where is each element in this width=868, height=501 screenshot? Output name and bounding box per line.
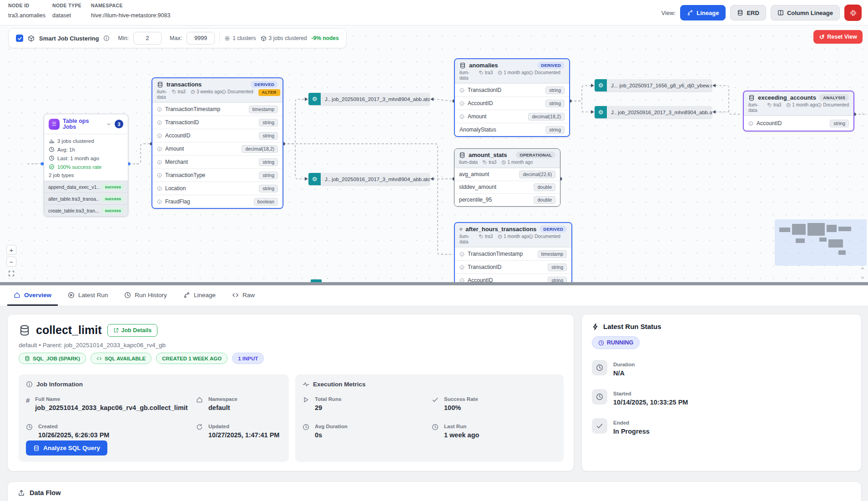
job-node[interactable]: ⚙ J... job_20250917_1656_g8_y6_dj0_ybew.… xyxy=(595,79,712,91)
avg-duration-value: 0s xyxy=(315,431,348,439)
fit-view-button[interactable] xyxy=(6,268,16,278)
collapse-panel-button[interactable] xyxy=(844,5,862,21)
column-row[interactable]: TransactionTypestring xyxy=(152,168,283,182)
external-link-icon xyxy=(113,328,119,333)
cluster-stat-jobs: 3 jobs clustered xyxy=(49,138,123,144)
sql-job-badge: SQL_JOB (SPARK) xyxy=(19,353,86,364)
tab-lineage[interactable]: Lineage xyxy=(177,285,222,306)
database-icon xyxy=(157,81,163,88)
tab-run-history[interactable]: Run History xyxy=(118,285,173,306)
dataset-tag: tra3 xyxy=(479,70,493,76)
cluster-stat-last: Last: 1 month ago xyxy=(49,155,123,161)
analyze-sql-query-button[interactable]: Analyze SQL Query xyxy=(26,440,107,455)
info-icon xyxy=(157,173,162,178)
column-row[interactable]: Amountdecimal(18,2) xyxy=(152,142,283,155)
dataset-node-transactions[interactable]: transactions DERIVED ilum-data tra3 3 we… xyxy=(151,77,283,209)
column-row[interactable]: AccountIDstring xyxy=(152,129,283,142)
info-icon[interactable] xyxy=(103,35,110,41)
tab-raw[interactable]: Raw xyxy=(226,285,261,306)
column-row[interactable]: TransactionTimestamptimestamp xyxy=(152,102,283,116)
max-input[interactable] xyxy=(187,32,215,45)
column-row[interactable]: Locationstring xyxy=(152,182,283,195)
tab-latest-run[interactable]: Latest Run xyxy=(61,285,114,306)
data-flow-card: Data Flow xyxy=(7,481,862,501)
home-icon xyxy=(196,396,203,403)
reset-view-button[interactable]: ↺ Reset View xyxy=(813,30,863,44)
clock-icon xyxy=(26,424,33,430)
smart-clustering-toolbar: Smart Job Clustering Min: Max: 1 cluster… xyxy=(8,28,347,48)
panel-resize-handle[interactable] xyxy=(0,282,868,285)
job-overview-card: collect_limit Job Details default • Pare… xyxy=(7,314,574,471)
cluster-job-row[interactable]: append_data_exec_v1.... success xyxy=(44,181,128,192)
namespace-value: default xyxy=(208,404,237,411)
smart-clustering-label: Smart Job Clustering xyxy=(39,35,99,42)
scroll-down-button[interactable] xyxy=(859,274,866,281)
dataset-node-after-hours-transactions[interactable]: after_hours_transactions DERIVED ilum-da… xyxy=(454,222,572,282)
cube-icon xyxy=(261,35,267,41)
scroll-up-button[interactable] xyxy=(859,265,866,272)
column-row[interactable]: FraudFlagboolean xyxy=(152,195,283,208)
dataset-node-anomalies[interactable]: anomalies DERIVED ilum-data tra3 1 month… xyxy=(454,58,570,137)
column-lineage-view-button[interactable]: Column Lineage xyxy=(771,5,840,20)
cluster-job-row[interactable]: alter_table.tra3_transa... success xyxy=(44,192,128,204)
erd-view-button[interactable]: ERD xyxy=(730,5,766,20)
zoom-in-button[interactable]: + xyxy=(6,245,16,255)
top-header: NODE ID tra3.anomalies NODE TYPE dataset… xyxy=(0,0,868,25)
clusters-stat: 1 clusters xyxy=(224,35,256,41)
toolbar-divider xyxy=(219,33,220,43)
min-input[interactable] xyxy=(133,32,161,45)
column-row[interactable]: Merchantstring xyxy=(152,155,283,168)
duration-value: N/A xyxy=(613,369,635,377)
chevron-down-icon[interactable] xyxy=(106,121,111,127)
column-row[interactable]: Amountdecimal(18,2) xyxy=(455,110,569,123)
column-row[interactable]: AnomalyStatusstring xyxy=(455,123,569,136)
running-status-badge: RUNNING xyxy=(592,336,640,349)
column-row[interactable]: AccountIDstring xyxy=(744,116,853,131)
dataset-node-exceeding-accounts[interactable]: exceeding_accounts ANALYSIS ilum-data tr… xyxy=(743,91,854,132)
column-row[interactable]: AccountIDstring xyxy=(455,273,571,282)
zoom-out-button[interactable]: − xyxy=(6,257,16,267)
documented-tag: Documented xyxy=(529,234,560,239)
derived-badge: DERIVED xyxy=(251,81,278,88)
column-row[interactable]: stddev_amountdouble xyxy=(454,181,560,193)
column-row[interactable]: AccountIDstring xyxy=(455,96,569,110)
dataset-tag: tra3 xyxy=(172,89,186,95)
job-node[interactable]: ⚙ J.. job_20250916_2017_3_mhn8904_abb.at… xyxy=(308,173,430,185)
lineage-canvas[interactable]: Smart Job Clustering Min: Max: 1 cluster… xyxy=(0,25,868,282)
age-tag: 1 month ago xyxy=(786,102,812,108)
column-row[interactable]: percentile_95double xyxy=(454,193,560,206)
cluster-title: Table ops Jobs xyxy=(63,118,103,130)
dataset-tag: tra3 xyxy=(483,160,496,165)
job-node[interactable]: ⚙ J.. job_20250916_2017_3_mhn8904_abb.at… xyxy=(595,106,712,118)
tab-overview[interactable]: Overview xyxy=(7,285,58,306)
derived-badge: DERIVED xyxy=(540,226,567,233)
cluster-node-table-ops-jobs[interactable]: ☰ Table ops Jobs 3 3 jobs clustered Avg:… xyxy=(44,114,128,217)
smart-clustering-checkbox[interactable] xyxy=(16,35,23,42)
dataset-node-amount-stats[interactable]: amount_stats OPERATIONAL ilum-data tra3 … xyxy=(454,148,560,207)
column-row[interactable]: TransactionTimestamptimestamp xyxy=(455,247,571,260)
node-id-label: NODE ID xyxy=(8,3,45,8)
job-node[interactable]: ⚙ J.. job_20250916_2017_3_mhn8904_abb.at… xyxy=(308,93,430,105)
column-row[interactable]: TransactionIDstring xyxy=(152,116,283,129)
documented-tag: Documented xyxy=(529,70,560,76)
info-icon xyxy=(529,71,533,75)
clock-icon xyxy=(49,147,55,152)
chevron-up-icon xyxy=(860,266,865,271)
clock-icon xyxy=(191,90,195,94)
gear-icon: ⚙ xyxy=(308,93,321,105)
compress-icon xyxy=(850,10,857,16)
clock-icon xyxy=(786,103,791,107)
lineage-view-button[interactable]: Lineage xyxy=(680,5,726,20)
column-row[interactable]: avg_amountdecimal(22,6) xyxy=(454,168,560,181)
database-icon xyxy=(459,152,465,158)
database-icon xyxy=(19,324,30,336)
column-row[interactable]: TransactionIDstring xyxy=(455,83,569,96)
cluster-job-row[interactable]: create_table.tra3_tran... success xyxy=(44,204,128,216)
max-label: Max: xyxy=(170,35,182,41)
minimap[interactable] xyxy=(775,219,867,266)
column-row[interactable]: TransactionIDstring xyxy=(455,260,571,273)
status-badge: success xyxy=(102,207,124,213)
job-details-button[interactable]: Job Details xyxy=(107,324,158,337)
lightning-icon xyxy=(592,323,599,330)
clock-icon xyxy=(592,360,607,375)
